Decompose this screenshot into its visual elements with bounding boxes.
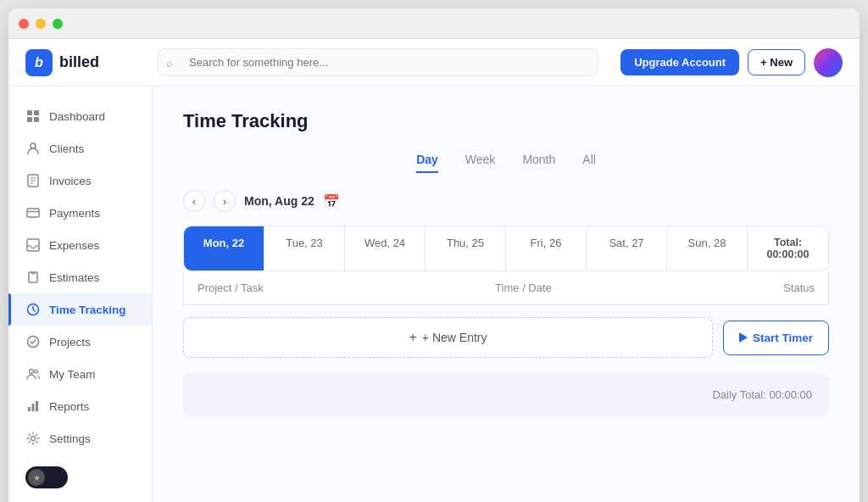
- page-title: Time Tracking: [183, 110, 829, 132]
- person-icon: [25, 141, 41, 156]
- svg-point-20: [31, 437, 36, 441]
- tab-week[interactable]: Week: [465, 153, 496, 173]
- sidebar-item-estimates[interactable]: Estimates: [8, 261, 152, 293]
- new-entry-button[interactable]: + + New Entry: [183, 317, 713, 358]
- topbar-right: Upgrade Account + New: [620, 48, 843, 77]
- tab-day[interactable]: Day: [416, 153, 438, 173]
- svg-rect-18: [32, 404, 35, 411]
- table-header: Project / Task Time / Date Status: [183, 271, 829, 305]
- close-button[interactable]: [19, 19, 29, 29]
- sidebar-item-invoices[interactable]: Invoices: [8, 165, 152, 197]
- calendar-nav: ‹ › Mon, Aug 22 📅: [183, 190, 829, 212]
- titlebar: [8, 8, 860, 39]
- week-day-6[interactable]: Sun, 28: [667, 226, 748, 271]
- sidebar-item-label: Time Tracking: [49, 304, 126, 316]
- start-timer-button[interactable]: Start Timer: [723, 321, 829, 355]
- week-day-4[interactable]: Fri, 26: [506, 226, 587, 271]
- file-text-icon: [25, 173, 41, 188]
- tab-all[interactable]: All: [582, 153, 596, 173]
- topbar: b billed ⌕ Upgrade Account + New: [8, 39, 860, 86]
- svg-rect-17: [28, 407, 31, 411]
- sidebar-item-dashboard[interactable]: Dashboard: [8, 100, 152, 132]
- col-status: Status: [783, 282, 815, 294]
- current-date: Mon, Aug 22: [244, 194, 314, 208]
- new-entry-label: + New Entry: [422, 331, 487, 344]
- toggle-circle: ★: [28, 469, 45, 486]
- sidebar-item-label: Settings: [49, 432, 91, 445]
- maximize-button[interactable]: [53, 19, 63, 29]
- week-grid: Mon, 22 Tue, 23 Wed, 24 Thu, 25 Fri, 26 …: [183, 226, 829, 271]
- col-project: Project / Task: [198, 282, 264, 294]
- avatar[interactable]: [814, 48, 843, 77]
- sidebar-item-projects[interactable]: Projects: [8, 326, 152, 358]
- tab-month[interactable]: Month: [522, 153, 555, 173]
- sidebar-item-label: Clients: [49, 142, 84, 155]
- sidebar-bottom: ★: [8, 458, 152, 497]
- daily-total: Daily Total: 00:00:00: [183, 373, 829, 416]
- clipboard-icon: [25, 270, 41, 285]
- new-button[interactable]: + New: [748, 49, 805, 75]
- sidebar-item-label: Reports: [49, 400, 89, 413]
- search-bar[interactable]: ⌕: [158, 48, 598, 76]
- users-icon: [25, 366, 41, 382]
- next-arrow[interactable]: ›: [214, 190, 236, 212]
- week-day-1[interactable]: Tue, 23: [264, 226, 345, 271]
- sidebar-item-label: Estimates: [49, 271, 99, 284]
- sidebar-item-label: My Team: [49, 368, 96, 381]
- dark-mode-toggle[interactable]: ★: [25, 466, 68, 488]
- svg-rect-11: [27, 239, 39, 251]
- svg-rect-2: [27, 117, 32, 122]
- svg-point-4: [31, 143, 36, 148]
- sidebar-item-settings[interactable]: Settings: [8, 422, 152, 455]
- week-day-2[interactable]: Wed, 24: [345, 226, 426, 271]
- view-tabs: Day Week Month All: [183, 153, 829, 173]
- sidebar-item-expenses[interactable]: Expenses: [8, 229, 152, 261]
- sidebar-item-clients[interactable]: Clients: [8, 132, 152, 165]
- sidebar-item-my-team[interactable]: My Team: [8, 358, 152, 390]
- week-total: Total: 00:00:00: [748, 226, 828, 271]
- sidebar: Dashboard Clients Invoices: [8, 86, 153, 502]
- svg-rect-19: [36, 401, 38, 411]
- svg-point-15: [30, 370, 34, 374]
- check-circle-icon: [25, 334, 41, 349]
- sidebar-item-label: Expenses: [49, 239, 99, 252]
- svg-rect-3: [34, 117, 39, 122]
- sidebar-item-time-tracking[interactable]: Time Tracking: [8, 293, 152, 326]
- svg-rect-9: [27, 209, 39, 217]
- logo-icon: b: [25, 49, 53, 76]
- play-icon: [739, 332, 748, 343]
- sidebar-item-label: Invoices: [49, 175, 92, 187]
- calendar-icon[interactable]: 📅: [323, 193, 340, 209]
- prev-arrow[interactable]: ‹: [183, 190, 205, 212]
- logo-area: b billed: [25, 49, 144, 76]
- logo-text: billed: [59, 53, 99, 71]
- svg-rect-1: [34, 110, 39, 115]
- grid-icon: [25, 109, 41, 124]
- sidebar-item-payments[interactable]: Payments: [8, 197, 152, 229]
- start-timer-label: Start Timer: [753, 332, 813, 344]
- week-day-3[interactable]: Thu, 25: [426, 226, 506, 271]
- sidebar-item-label: Dashboard: [49, 110, 105, 123]
- daily-total-value: Daily Total: 00:00:00: [712, 388, 812, 401]
- col-time: Time / Date: [495, 282, 552, 294]
- search-input[interactable]: [158, 48, 598, 76]
- svg-rect-0: [27, 110, 32, 115]
- credit-card-icon: [25, 205, 41, 220]
- week-day-5[interactable]: Sat, 27: [587, 226, 667, 271]
- week-day-0[interactable]: Mon, 22: [184, 226, 264, 271]
- app-body: Dashboard Clients Invoices: [8, 86, 860, 502]
- svg-point-16: [35, 370, 38, 373]
- bar-chart-icon: [25, 399, 41, 414]
- sidebar-item-label: Payments: [49, 207, 100, 220]
- inbox-icon: [25, 237, 41, 253]
- upgrade-button[interactable]: Upgrade Account: [620, 49, 739, 75]
- sidebar-item-label: Projects: [49, 336, 91, 349]
- settings-icon: [25, 431, 41, 446]
- search-icon: ⌕: [166, 56, 173, 69]
- sidebar-item-reports[interactable]: Reports: [8, 390, 152, 422]
- main-content: Time Tracking Day Week Month All ‹ › Mon…: [153, 86, 860, 502]
- plus-icon: +: [409, 330, 416, 345]
- app-window: b billed ⌕ Upgrade Account + New: [8, 8, 860, 502]
- minimize-button[interactable]: [36, 19, 46, 29]
- clock-icon: [25, 302, 41, 317]
